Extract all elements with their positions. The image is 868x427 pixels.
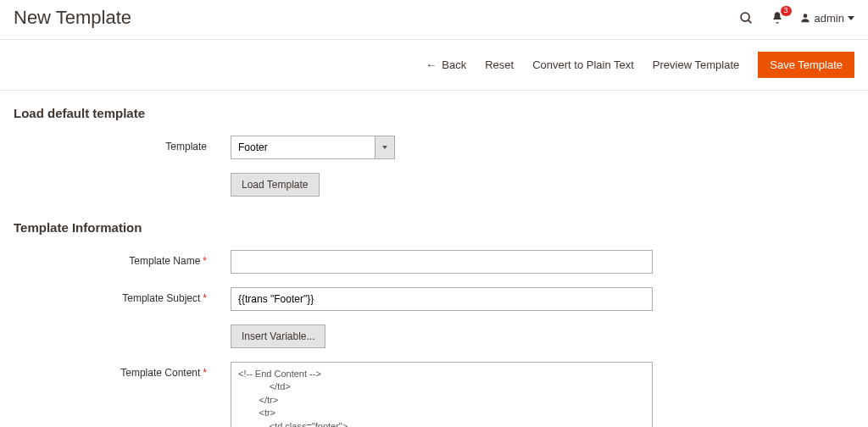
arrow-left-icon: ← bbox=[426, 58, 437, 71]
convert-button[interactable]: Convert to Plain Text bbox=[532, 58, 634, 71]
label-template-subject: Template Subject* bbox=[14, 287, 231, 304]
row-template-select: Template bbox=[14, 136, 854, 159]
notifications-icon[interactable]: 3 bbox=[769, 9, 786, 26]
template-select-toggle[interactable] bbox=[375, 136, 395, 159]
row-template-subject: Template Subject* bbox=[14, 287, 854, 311]
template-select-input[interactable] bbox=[231, 136, 375, 159]
svg-point-0 bbox=[741, 13, 749, 21]
row-template-content: Template Content* bbox=[14, 362, 854, 427]
section-template-info: Template Information bbox=[14, 220, 854, 235]
page-title: New Template bbox=[14, 7, 131, 29]
search-icon[interactable] bbox=[737, 9, 755, 27]
row-load-template: Load Template bbox=[14, 173, 854, 197]
svg-line-1 bbox=[748, 19, 751, 23]
page-header: New Template 3 admin bbox=[0, 0, 868, 40]
reset-button[interactable]: Reset bbox=[485, 58, 514, 71]
save-button[interactable]: Save Template bbox=[758, 52, 854, 78]
chevron-down-icon bbox=[848, 16, 854, 20]
row-template-name: Template Name* bbox=[14, 250, 854, 274]
notification-badge: 3 bbox=[781, 6, 792, 16]
svg-point-2 bbox=[803, 14, 807, 18]
section-load-default: Load default template bbox=[14, 106, 854, 120]
template-name-input[interactable] bbox=[231, 250, 653, 274]
load-template-button[interactable]: Load Template bbox=[231, 173, 320, 197]
back-button[interactable]: ← Back bbox=[426, 58, 466, 71]
user-icon bbox=[799, 12, 811, 24]
label-template-content: Template Content* bbox=[14, 362, 231, 379]
template-subject-input[interactable] bbox=[231, 287, 653, 311]
actions-bar: ← Back Reset Convert to Plain Text Previ… bbox=[0, 40, 868, 91]
label-template-name: Template Name* bbox=[14, 250, 231, 267]
preview-button[interactable]: Preview Template bbox=[653, 58, 739, 71]
main-content: Load default template Template Load Temp… bbox=[0, 91, 868, 427]
label-template: Template bbox=[14, 136, 231, 152]
insert-variable-button[interactable]: Insert Variable... bbox=[231, 324, 326, 348]
header-right: 3 admin bbox=[737, 9, 854, 27]
chevron-down-icon bbox=[382, 146, 387, 149]
row-insert-variable: Insert Variable... bbox=[14, 324, 854, 348]
template-select[interactable] bbox=[231, 136, 395, 159]
field-template-select bbox=[231, 136, 653, 159]
admin-user-menu[interactable]: admin bbox=[799, 12, 854, 25]
template-content-textarea[interactable] bbox=[231, 362, 653, 427]
admin-username: admin bbox=[815, 12, 844, 25]
